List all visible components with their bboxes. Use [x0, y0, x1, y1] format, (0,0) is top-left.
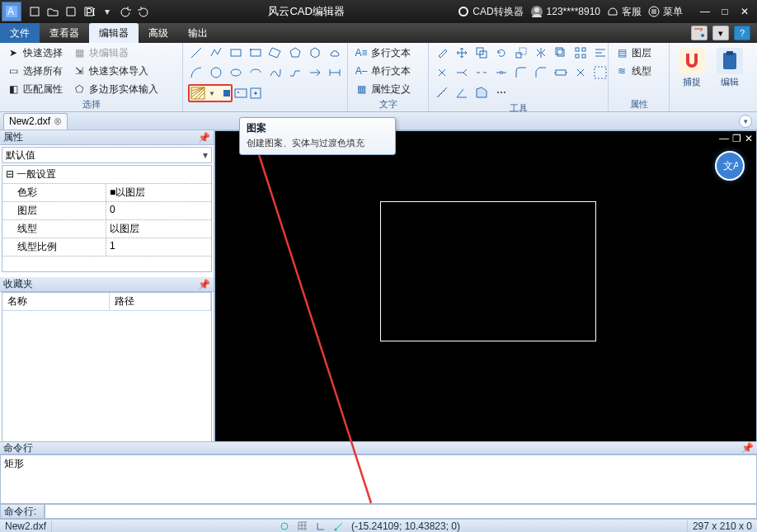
- copy-icon[interactable]: [473, 45, 490, 61]
- cad-converter-link[interactable]: CAD转换器: [458, 5, 523, 19]
- translate-float-button[interactable]: 文A: [715, 151, 745, 181]
- undo-icon[interactable]: [117, 3, 134, 20]
- open-icon[interactable]: [45, 3, 61, 20]
- properties-selector[interactable]: 默认值▾: [2, 147, 212, 163]
- menu-link[interactable]: 菜单: [648, 5, 683, 19]
- document-tab[interactable]: New2.dxf ⊗: [3, 113, 68, 129]
- edit-button[interactable]: 编辑: [712, 45, 747, 111]
- move-icon[interactable]: [454, 45, 470, 61]
- chamfer-icon[interactable]: [533, 64, 549, 81]
- support-link[interactable]: 客服: [607, 5, 642, 19]
- tabs-dropdown-icon[interactable]: ▾: [739, 115, 752, 128]
- attr-def-button[interactable]: ▦属性定义: [353, 81, 412, 97]
- user-account[interactable]: 123****8910: [530, 5, 600, 18]
- stretch-icon[interactable]: [552, 64, 569, 81]
- stext-button[interactable]: A–单行文本: [353, 63, 412, 79]
- properties-grid[interactable]: ⊟ 一般设置 色彩■以图层 图层0 线型以图层 线型比例1: [2, 165, 212, 272]
- ortho-icon[interactable]: [315, 520, 327, 532]
- mirror-icon[interactable]: [533, 45, 549, 61]
- tab-editor[interactable]: 编辑器: [89, 23, 139, 43]
- import-solid-button[interactable]: ⇲快速实体导入: [71, 63, 160, 79]
- join-icon[interactable]: [493, 64, 510, 81]
- spline-icon[interactable]: [267, 64, 284, 81]
- prop-value[interactable]: 1: [106, 238, 211, 256]
- tab-advanced[interactable]: 高级: [139, 23, 178, 43]
- polar-icon[interactable]: [333, 520, 345, 532]
- rotate-icon[interactable]: [493, 45, 510, 61]
- group-icon[interactable]: [592, 64, 609, 81]
- prop-value[interactable]: ■以图层: [106, 184, 211, 201]
- tab-viewer[interactable]: 查看器: [40, 23, 89, 43]
- line-icon[interactable]: [188, 45, 205, 61]
- mdi-minimize-icon[interactable]: ―: [719, 133, 729, 144]
- insert-image-icon[interactable]: [234, 87, 247, 100]
- circle-icon[interactable]: [208, 64, 224, 81]
- prop-value[interactable]: 以图层: [106, 220, 211, 238]
- tab-output[interactable]: 输出: [178, 23, 218, 43]
- insert-block-icon[interactable]: [249, 87, 262, 100]
- layer-button[interactable]: ▤图层: [614, 45, 653, 61]
- redo-icon[interactable]: [135, 3, 152, 20]
- measure-icon[interactable]: [434, 84, 450, 101]
- grid-icon[interactable]: [297, 520, 308, 532]
- explode-icon[interactable]: [572, 64, 589, 81]
- extend-icon[interactable]: [454, 64, 470, 81]
- tab-file[interactable]: 文件: [0, 23, 40, 43]
- dimension-icon[interactable]: [327, 64, 343, 81]
- capture-button[interactable]: 捕捉: [675, 45, 709, 111]
- linetype-button[interactable]: ≋线型: [614, 63, 653, 79]
- quick-select-button[interactable]: ➤快速选择: [5, 45, 64, 61]
- ray-icon[interactable]: [307, 64, 323, 81]
- close-tab-icon[interactable]: ⊗: [54, 115, 62, 127]
- fillet-icon[interactable]: [513, 64, 529, 81]
- save-pdf-icon[interactable]: PDF: [81, 3, 97, 20]
- mtext-button[interactable]: A≡多行文本: [353, 45, 412, 61]
- block-editor-button[interactable]: ▦块编辑器: [71, 45, 160, 61]
- pin-icon[interactable]: 📌: [198, 132, 210, 144]
- column-header-path[interactable]: 路径: [110, 293, 211, 310]
- snap-icon[interactable]: [279, 520, 290, 532]
- close-button[interactable]: ✕: [736, 4, 754, 19]
- break-icon[interactable]: [473, 64, 490, 81]
- ellipse-icon[interactable]: [228, 64, 244, 81]
- collapse-icon[interactable]: ⊟: [6, 168, 14, 180]
- arc-icon[interactable]: [188, 64, 205, 81]
- rotated-rect-icon[interactable]: [267, 45, 284, 61]
- command-log[interactable]: 矩形: [0, 454, 757, 504]
- ellipse-arc-icon[interactable]: [247, 64, 264, 81]
- save-icon[interactable]: [63, 3, 79, 20]
- trim-icon[interactable]: [434, 64, 450, 81]
- polygon-input-button[interactable]: ⬠多边形实体输入: [71, 81, 160, 97]
- pin-icon[interactable]: 📌: [198, 279, 210, 290]
- revision-cloud-icon[interactable]: [327, 45, 343, 61]
- ribbon-dropdown-icon[interactable]: ▾: [712, 26, 729, 40]
- erase-icon[interactable]: [434, 45, 450, 61]
- polyline-icon[interactable]: [208, 45, 224, 61]
- match-properties-button[interactable]: ◧匹配属性: [5, 81, 64, 97]
- maximize-button[interactable]: □: [716, 4, 734, 19]
- command-input[interactable]: [45, 504, 757, 519]
- scale-icon[interactable]: [513, 45, 529, 61]
- rect3pt-icon[interactable]: [247, 45, 264, 61]
- select-all-button[interactable]: ▭选择所有: [5, 63, 64, 79]
- area-icon[interactable]: [473, 84, 490, 101]
- array-icon[interactable]: [572, 45, 589, 61]
- drawing-canvas[interactable]: ― ❐ ✕ 文A: [214, 130, 757, 484]
- help-icon[interactable]: ?: [734, 26, 750, 40]
- align-icon[interactable]: [592, 45, 609, 61]
- angle-icon[interactable]: [454, 84, 470, 101]
- polygon-tool-icon[interactable]: [287, 45, 303, 61]
- pin-icon[interactable]: 📌: [741, 442, 754, 454]
- drawn-rectangle[interactable]: [380, 201, 596, 341]
- hatch-pattern-button[interactable]: ▼: [188, 84, 233, 102]
- box-icon[interactable]: [307, 45, 323, 61]
- mdi-restore-icon[interactable]: ❐: [732, 133, 741, 144]
- prop-value[interactable]: 0: [106, 202, 211, 219]
- trace-icon[interactable]: [287, 64, 303, 81]
- dropdown-icon[interactable]: ▾: [99, 3, 115, 20]
- minimize-button[interactable]: ―: [696, 4, 714, 19]
- more-tools-icon[interactable]: ⋯: [493, 84, 510, 101]
- options-icon[interactable]: [691, 26, 708, 40]
- offset-icon[interactable]: [552, 45, 569, 61]
- mdi-close-icon[interactable]: ✕: [745, 133, 753, 144]
